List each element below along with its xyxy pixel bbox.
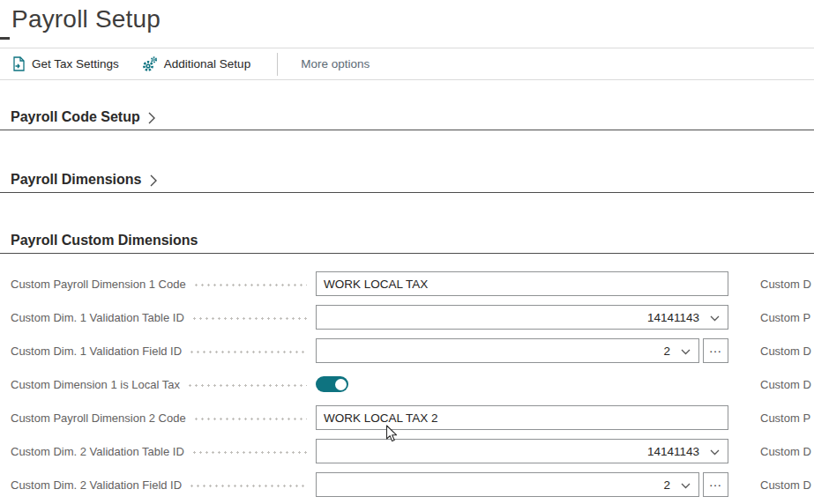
more-options-button[interactable]: More options [301,57,370,70]
action-label: Get Tax Settings [32,57,119,70]
custom-dim-1-validation-table-id-dropdown[interactable]: 14141143 [316,305,728,330]
section-header-payroll-code-setup[interactable]: Payroll Code Setup [11,105,814,130]
field-row: Custom Dimension 1 is Local Tax [11,367,728,401]
section-title: Payroll Code Setup [11,109,140,125]
get-tax-settings-button[interactable]: Get Tax Settings [12,56,119,71]
gears-icon [142,56,158,72]
toolbar-separator [277,53,278,76]
section-payroll-custom-dimensions: Payroll Custom Dimensions [0,228,814,254]
section-header-payroll-dimensions[interactable]: Payroll Dimensions [11,167,814,192]
field-row: Custom P [760,300,814,334]
assist-edit-button[interactable]: … [703,338,728,363]
dotted-leader [189,351,307,353]
field-label: Custom Dim. 1 Validation Field ID [11,345,182,358]
ellipsis-icon: … [709,474,723,489]
field-row: Custom Dim. 2 Validation Table ID 141411… [11,434,728,468]
custom-payroll-dimension-1-code-input[interactable]: WORK LOCAL TAX [316,271,728,296]
dotted-leader [187,384,307,387]
custom-dimension-1-is-local-tax-toggle[interactable] [316,376,348,392]
page-title: Payroll Setup [11,0,161,39]
additional-setup-button[interactable]: Additional Setup [142,56,250,72]
section-payroll-code-setup: Payroll Code Setup [0,105,814,130]
dotted-leader [193,418,307,420]
custom-dim-1-validation-field-id-dropdown[interactable]: 2 [316,338,699,363]
document-arrow-icon [12,56,26,71]
right-column-label: Custom D [760,345,811,358]
dotted-leader [191,451,307,454]
field-row: Custom Dim. 2 Validation Field ID 2 … [11,468,728,501]
field-label: Custom Payroll Dimension 1 Code [11,278,186,291]
right-column-label: Custom P [760,311,810,324]
action-bar: Get Tax Settings Additional Setup More o… [0,48,814,80]
input-value: 14141143 [647,311,699,324]
dotted-leader [193,284,307,286]
field-row: Custom D [760,367,814,401]
field-row: Custom D [760,434,814,468]
field-label: Custom Dimension 1 is Local Tax [11,378,180,391]
field-label: Custom Dim. 2 Validation Field ID [11,478,182,492]
field-row: Custom P [760,401,814,434]
ellipsis-icon: … [709,340,723,355]
section-payroll-dimensions: Payroll Dimensions [0,167,814,193]
dotted-leader [191,317,307,320]
action-label: Additional Setup [164,57,250,70]
dotted-leader [189,485,307,487]
field-row: Custom D [760,267,814,300]
right-column-fields: Custom D Custom P Custom D Custom D Cust… [760,267,814,501]
field-row: Custom Payroll Dimension 2 Code WORK LOC… [11,401,728,434]
right-column-label: Custom D [760,278,811,291]
input-value: WORK LOCAL TAX [324,278,428,291]
field-row: Custom D [760,468,814,501]
field-label: Custom Dim. 1 Validation Table ID [11,311,184,324]
custom-dim-2-validation-field-id-dropdown[interactable]: 2 [316,472,699,497]
field-row: Custom Dim. 1 Validation Field ID 2 … [11,334,728,367]
field-row: Custom D [760,334,814,367]
custom-payroll-dimension-2-code-input[interactable]: WORK LOCAL TAX 2 [316,405,728,430]
right-column-label: Custom P [760,411,810,425]
right-column-label: Custom D [760,478,811,492]
chevron-right-icon [150,174,158,187]
input-value: 2 [663,478,670,492]
right-column-label: Custom D [760,378,811,391]
field-row: Custom Payroll Dimension 1 Code WORK LOC… [11,267,728,300]
chevron-down-icon [681,345,691,358]
field-row: Custom Dim. 1 Validation Table ID 141411… [11,300,728,334]
field-label: Custom Dim. 2 Validation Table ID [11,445,184,458]
section-title: Payroll Custom Dimensions [11,233,198,248]
toggle-knob [335,379,347,390]
chevron-right-icon [148,112,156,124]
chevron-down-icon [710,311,720,324]
custom-dim-2-validation-table-id-dropdown[interactable]: 14141143 [316,439,728,463]
input-value: 14141143 [647,445,699,458]
assist-edit-button[interactable]: … [703,472,728,497]
title-underline-tick [0,37,10,40]
section-header-payroll-custom-dimensions[interactable]: Payroll Custom Dimensions [11,228,814,253]
field-grid: Custom Payroll Dimension 1 Code WORK LOC… [11,267,728,501]
right-column-label: Custom D [760,445,811,458]
section-title: Payroll Dimensions [11,172,142,188]
input-value: WORK LOCAL TAX 2 [324,411,438,425]
chevron-down-icon [681,478,691,492]
chevron-down-icon [710,445,720,458]
field-label: Custom Payroll Dimension 2 Code [11,411,186,425]
input-value: 2 [663,345,670,358]
